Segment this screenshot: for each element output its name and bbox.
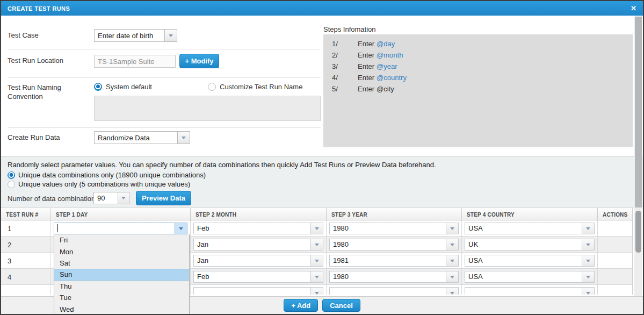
radio-selected-icon[interactable] (94, 83, 102, 91)
chevron-down-button[interactable] (446, 223, 459, 234)
country-combobox[interactable]: USA (465, 223, 595, 234)
year-combobox[interactable]: 1980 (329, 239, 459, 250)
day-combobox-open[interactable] (54, 223, 187, 234)
country-value[interactable]: USA (465, 271, 582, 283)
modify-button[interactable]: + Modify (179, 54, 219, 68)
year-combobox[interactable]: 1981 (329, 255, 459, 267)
test-case-dropdown-button[interactable] (165, 29, 177, 42)
preview-data-button[interactable]: Preview Data (136, 191, 191, 205)
chevron-down-button[interactable] (311, 223, 323, 234)
dropdown-option[interactable]: Tue (54, 292, 189, 303)
month-value[interactable]: Jan (193, 239, 311, 250)
month-combobox[interactable]: Jan (193, 255, 323, 267)
month-combobox[interactable]: Feb (193, 271, 323, 283)
country-combobox[interactable]: USA (465, 255, 595, 267)
chevron-down-button[interactable] (446, 287, 459, 295)
year-combobox[interactable]: 1980 (329, 223, 459, 234)
unique-combinations-radio[interactable]: Unique data combinations only (18900 uni… (8, 171, 636, 179)
country-cell: UK (462, 237, 598, 253)
step-row: 2/ Enter @month (332, 51, 633, 60)
chevron-down-button[interactable] (311, 287, 323, 295)
country-value[interactable]: UK (465, 239, 582, 250)
table-scrollbar-thumb[interactable] (635, 211, 641, 253)
year-cell: 1981 (327, 253, 462, 269)
radio-unselected-icon[interactable] (8, 181, 15, 188)
step-parameter-link[interactable]: @day (377, 39, 395, 48)
create-run-data-combobox[interactable]: Randomize Data (94, 131, 190, 144)
naming-radio-customize[interactable]: Customize Test Run Name (208, 83, 302, 91)
dialog-scrollbar-track[interactable] (634, 16, 642, 296)
unique-values-radio[interactable]: Unique values only (5 combinations with … (8, 180, 636, 188)
dropdown-option[interactable]: Wed (54, 303, 189, 314)
add-button[interactable]: + Add (284, 299, 318, 312)
cancel-button[interactable]: Cancel (322, 299, 360, 312)
dropdown-option[interactable]: Mon (54, 246, 189, 257)
month-combobox[interactable]: Jan (193, 239, 323, 250)
separator (8, 77, 321, 78)
test-case-combobox[interactable]: Enter date of birth (94, 29, 177, 42)
step-parameter-link[interactable]: @month (377, 51, 403, 60)
year-value[interactable]: 1980 (329, 239, 446, 250)
dropdown-option[interactable]: Thu (54, 281, 189, 292)
year-value[interactable]: 1981 (329, 255, 446, 267)
country-combobox[interactable]: USA (465, 271, 595, 283)
month-cell: Feb (191, 220, 327, 237)
close-icon[interactable]: ✕ (631, 5, 636, 12)
dialog-titlebar: CREATE TEST RUNS ✕ (1, 1, 643, 16)
year-value[interactable] (329, 287, 446, 295)
country-value[interactable] (465, 287, 582, 295)
chevron-down-button[interactable] (311, 271, 323, 283)
column-header-step4-country: STEP 4 COUNTRY (462, 208, 598, 220)
step-parameter-link[interactable]: @country (377, 73, 407, 82)
chevron-down-button[interactable] (582, 271, 595, 283)
chevron-down-button[interactable] (175, 223, 187, 234)
dropdown-option-highlighted[interactable]: Sun (54, 269, 189, 280)
chevron-down-button[interactable] (178, 131, 190, 144)
radio-selected-icon[interactable] (8, 171, 15, 179)
chevron-down-button[interactable] (311, 255, 323, 267)
year-value[interactable]: 1980 (329, 271, 446, 283)
month-value[interactable]: Feb (193, 271, 311, 283)
step-number: 2/ (332, 51, 349, 60)
chevron-down-button[interactable] (446, 255, 459, 267)
combinations-count-value[interactable]: 90 (93, 192, 118, 204)
country-value[interactable]: USA (465, 255, 582, 267)
custom-name-textarea (94, 96, 321, 121)
chevron-down-button[interactable] (311, 239, 323, 250)
year-cell: 1980 (327, 269, 462, 285)
create-run-data-value[interactable]: Randomize Data (94, 131, 178, 144)
year-cell: 1980 (327, 220, 462, 237)
chevron-down-button[interactable] (582, 255, 595, 267)
month-value[interactable]: Jan (193, 255, 311, 267)
unique-values-label: Unique values only (5 combinations with … (18, 180, 190, 188)
run-number-cell (1, 285, 51, 295)
country-combobox[interactable]: UK (465, 239, 595, 250)
country-combobox[interactable] (465, 287, 595, 295)
month-combobox[interactable]: Feb (193, 223, 323, 234)
chevron-down-button[interactable] (582, 223, 595, 234)
chevron-down-button[interactable] (118, 192, 129, 204)
chevron-down-button[interactable] (582, 239, 595, 250)
chevron-down-icon (450, 227, 454, 230)
chevron-down-button[interactable] (446, 271, 459, 283)
month-combobox[interactable] (193, 287, 323, 295)
year-combobox[interactable] (329, 287, 459, 295)
year-combobox[interactable]: 1980 (329, 271, 459, 283)
country-value[interactable]: USA (465, 223, 582, 234)
dialog-scrollbar-thumb[interactable] (635, 17, 642, 207)
dropdown-option[interactable]: Sat (54, 257, 189, 269)
run-number-cell: 2 (1, 237, 51, 253)
test-case-value[interactable]: Enter date of birth (94, 29, 165, 42)
radio-unselected-icon[interactable] (208, 83, 216, 91)
step-parameter-link[interactable]: @year (377, 62, 397, 71)
dropdown-option[interactable]: Fri (54, 234, 189, 246)
naming-radio-system-default[interactable]: System default (94, 83, 152, 91)
day-value[interactable] (54, 223, 175, 234)
chevron-down-button[interactable] (446, 239, 459, 250)
year-value[interactable]: 1980 (329, 223, 446, 234)
month-value[interactable]: Feb (193, 223, 311, 234)
month-value[interactable] (193, 287, 311, 295)
combinations-count-combobox[interactable]: 90 (93, 192, 129, 204)
chevron-down-button[interactable] (582, 287, 595, 295)
chevron-down-icon (315, 292, 319, 295)
